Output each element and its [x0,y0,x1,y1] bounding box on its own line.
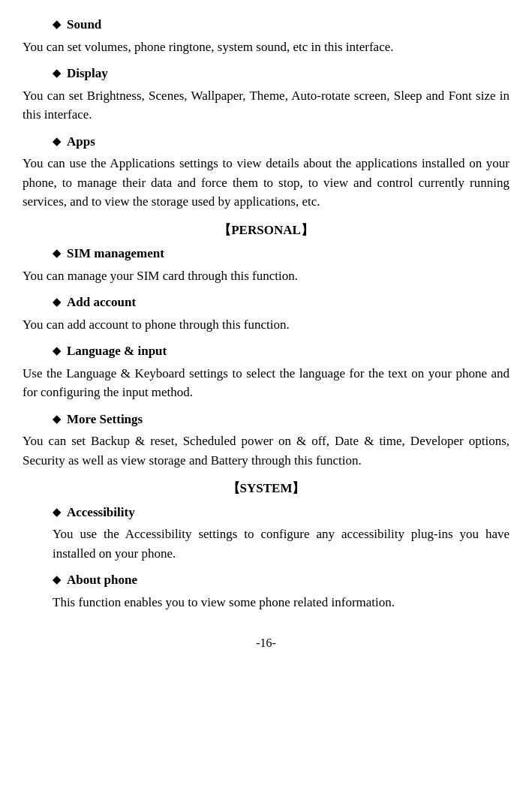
language-body: Use the Language & Keyboard settings to … [23,364,509,402]
sim-heading: ◆ SIM management [23,244,509,263]
accessibility-label: Accessibility [67,503,135,522]
more-settings-label: More Settings [67,410,143,429]
about-phone-label: About phone [67,570,137,590]
accessibility-heading: ◆ Accessibility [23,503,509,522]
diamond-icon-add-account: ◆ [53,294,61,310]
about-phone-body: This function enables you to view some p… [23,593,509,612]
diamond-icon-about: ◆ [53,572,61,588]
add-account-heading: ◆ Add account [23,293,509,312]
diamond-icon-apps: ◆ [53,134,61,149]
more-settings-body: You can set Backup & reset, Scheduled po… [23,432,509,470]
apps-heading: ◆ Apps [23,132,509,152]
add-account-body: You can add account to phone through thi… [23,315,509,335]
language-heading: ◆ Language & input [23,341,509,361]
sim-label: SIM management [67,244,164,263]
diamond-icon-display: ◆ [53,65,61,81]
sound-body: You can set volumes, phone ringtone, sys… [23,38,509,57]
sound-heading: ◆ Sound [23,15,509,35]
language-label: Language & input [67,341,167,361]
more-settings-heading: ◆ More Settings [23,410,509,429]
display-body: You can set Brightness, Scenes, Wallpape… [23,86,509,125]
about-phone-heading: ◆ About phone [23,570,509,590]
sim-body: You can manage your SIM card through thi… [23,266,509,286]
apps-label: Apps [67,132,95,152]
accessibility-body: You use the Accessibility settings to co… [23,525,509,563]
display-label: Display [67,64,108,83]
system-heading: 【SYSTEM】 [23,479,509,498]
page-content: ◆ Sound You can set volumes, phone ringt… [23,15,509,652]
sound-label: Sound [67,15,101,35]
display-heading: ◆ Display [23,64,509,83]
diamond-icon-sim: ◆ [53,245,61,261]
diamond-icon-language: ◆ [53,343,61,359]
diamond-icon-sound: ◆ [53,17,61,32]
diamond-icon-more: ◆ [53,411,61,427]
page-number: -16- [23,634,509,652]
add-account-label: Add account [67,293,136,312]
apps-body: You can use the Applications settings to… [23,154,509,212]
personal-heading: 【PERSONAL】 [23,221,509,240]
diamond-icon-accessibility: ◆ [53,504,61,520]
